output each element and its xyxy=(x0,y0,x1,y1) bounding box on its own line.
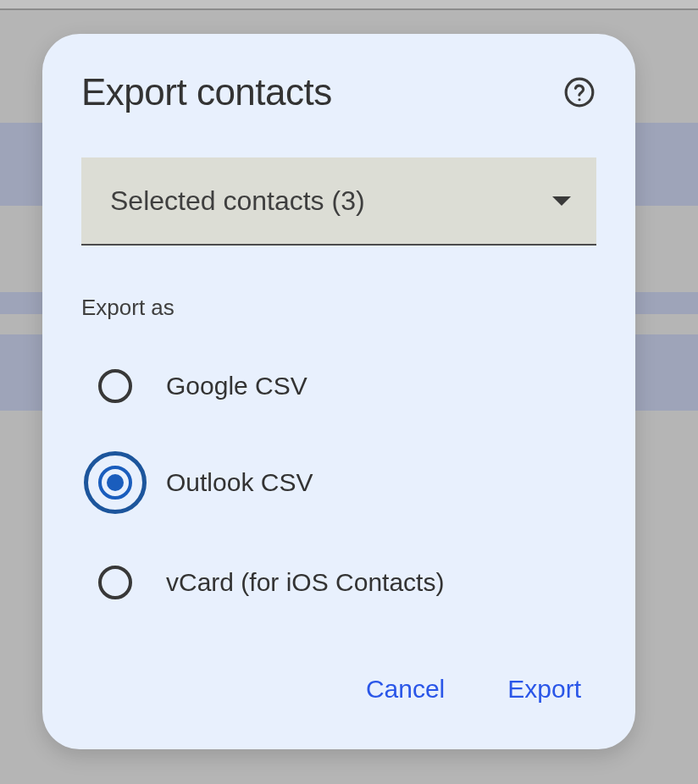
background-stripe xyxy=(0,0,698,10)
radio-icon xyxy=(98,466,132,500)
radio-icon xyxy=(98,566,132,599)
chevron-down-icon xyxy=(552,196,571,206)
radio-option-outlook-csv[interactable]: Outlook CSV xyxy=(98,451,596,514)
help-button[interactable] xyxy=(562,75,596,109)
radio-label: Outlook CSV xyxy=(166,468,313,497)
dialog-title: Export contacts xyxy=(81,71,332,113)
radio-icon xyxy=(98,369,132,403)
radio-label: vCard (for iOS Contacts) xyxy=(166,568,444,597)
export-format-radio-group: Google CSV Outlook CSV vCard (for iOS Co… xyxy=(81,355,596,614)
export-as-label: Export as xyxy=(81,295,596,321)
contacts-selection-dropdown[interactable]: Selected contacts (3) xyxy=(81,157,596,246)
radio-label: Google CSV xyxy=(166,372,307,400)
svg-point-1 xyxy=(578,98,580,101)
dropdown-label: Selected contacts (3) xyxy=(110,185,365,217)
export-button[interactable]: Export xyxy=(504,668,584,710)
dialog-header: Export contacts xyxy=(81,71,596,113)
radio-option-google-csv[interactable]: Google CSV xyxy=(98,355,596,417)
radio-focus-ring xyxy=(84,451,147,514)
export-contacts-dialog: Export contacts Selected contacts (3) Ex… xyxy=(42,34,635,749)
help-icon xyxy=(563,76,596,108)
dialog-actions: Cancel Export xyxy=(81,668,596,710)
radio-option-vcard[interactable]: vCard (for iOS Contacts) xyxy=(98,551,596,614)
cancel-button[interactable]: Cancel xyxy=(363,668,448,710)
svg-point-0 xyxy=(566,79,593,106)
